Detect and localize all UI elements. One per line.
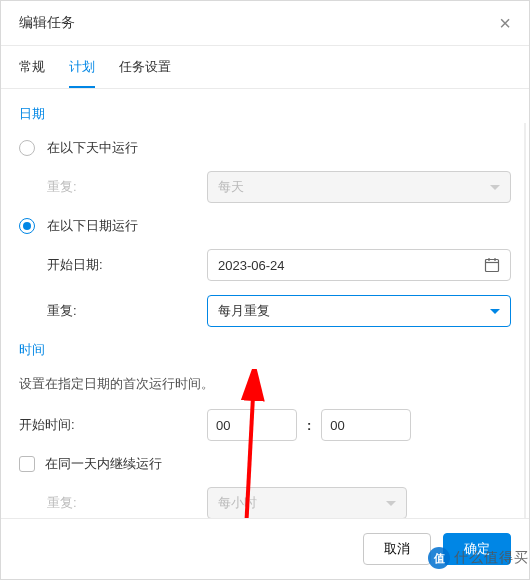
select-value: 每小时 xyxy=(218,494,257,512)
radio-label: 在以下天中运行 xyxy=(47,139,138,157)
tab-general[interactable]: 常规 xyxy=(19,58,45,88)
time-section-title: 时间 xyxy=(19,341,511,359)
svg-rect-0 xyxy=(486,260,499,272)
repeat-daily-row: 重复: 每天 xyxy=(19,171,511,203)
start-hour-select[interactable]: 00 xyxy=(207,409,297,441)
time-help-text: 设置在指定日期的首次运行时间。 xyxy=(19,375,511,393)
date-radio-group: 在以下天中运行 重复: 每天 在以下日期运行 开始日期: 2023-06-24 xyxy=(19,139,511,327)
dialog-content: 日期 在以下天中运行 重复: 每天 在以下日期运行 开始日期: 2023 xyxy=(1,89,529,518)
chevron-down-icon xyxy=(490,185,500,190)
tab-schedule[interactable]: 计划 xyxy=(69,58,95,88)
start-date-input[interactable]: 2023-06-24 xyxy=(207,249,511,281)
scrollbar-track[interactable] xyxy=(524,123,526,518)
repeat-hourly-select: 每小时 xyxy=(207,487,407,518)
checkbox-label: 在同一天内继续运行 xyxy=(45,455,162,473)
radio-icon xyxy=(19,140,35,156)
date-value: 2023-06-24 xyxy=(218,258,285,273)
start-date-label: 开始日期: xyxy=(47,256,207,274)
tab-bar: 常规 计划 任务设置 xyxy=(1,46,529,89)
cancel-button[interactable]: 取消 xyxy=(363,533,431,565)
start-time-row: 开始时间: 00 : 00 xyxy=(19,409,511,441)
close-icon[interactable]: × xyxy=(499,13,511,33)
select-value: 每月重复 xyxy=(218,302,270,320)
start-minute-select[interactable]: 00 xyxy=(321,409,411,441)
calendar-icon xyxy=(484,257,500,273)
repeat-monthly-row: 重复: 每月重复 xyxy=(19,295,511,327)
continue-same-day-checkbox-row[interactable]: 在同一天内继续运行 xyxy=(19,455,511,473)
repeat-monthly-select[interactable]: 每月重复 xyxy=(207,295,511,327)
select-value: 00 xyxy=(330,418,344,433)
chevron-down-icon xyxy=(386,501,396,506)
radio-run-on-days[interactable]: 在以下天中运行 xyxy=(19,139,511,157)
radio-label: 在以下日期运行 xyxy=(47,217,138,235)
dialog-header: 编辑任务 × xyxy=(1,1,529,46)
repeat-label: 重复: xyxy=(47,494,207,512)
repeat-label: 重复: xyxy=(47,178,207,196)
confirm-button[interactable]: 确定 xyxy=(443,533,511,565)
repeat-daily-select: 每天 xyxy=(207,171,511,203)
repeat-label: 重复: xyxy=(47,302,207,320)
checkbox-icon xyxy=(19,456,35,472)
chevron-down-icon xyxy=(490,309,500,314)
dialog-footer: 取消 确定 xyxy=(1,518,529,579)
radio-run-on-date[interactable]: 在以下日期运行 xyxy=(19,217,511,235)
dialog-title: 编辑任务 xyxy=(19,14,75,32)
start-time-label: 开始时间: xyxy=(19,416,207,434)
date-section-title: 日期 xyxy=(19,105,511,123)
time-separator: : xyxy=(307,418,311,433)
select-value: 每天 xyxy=(218,178,244,196)
select-value: 00 xyxy=(216,418,230,433)
radio-icon xyxy=(19,218,35,234)
start-date-row: 开始日期: 2023-06-24 xyxy=(19,249,511,281)
repeat-hourly-row: 重复: 每小时 xyxy=(19,487,511,518)
edit-task-dialog: 编辑任务 × 常规 计划 任务设置 日期 在以下天中运行 重复: 每天 在 xyxy=(0,0,530,580)
tab-task-settings[interactable]: 任务设置 xyxy=(119,58,171,88)
